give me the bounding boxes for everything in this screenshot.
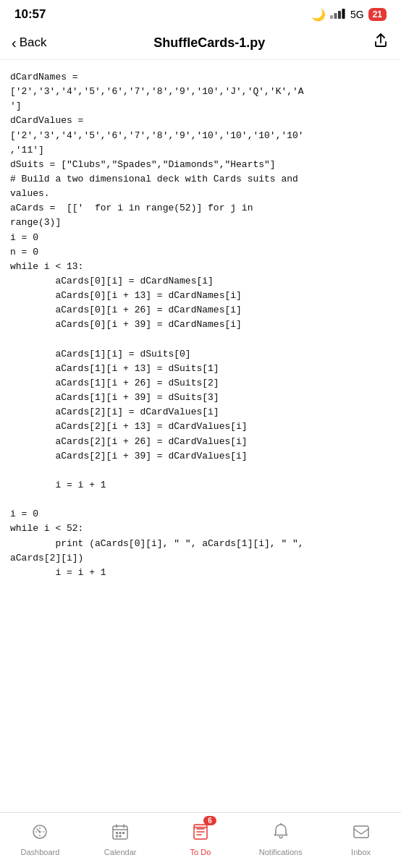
back-arrow-icon: ‹ <box>12 35 17 50</box>
inbox-icon-wrap <box>348 819 374 845</box>
status-time: 10:57 <box>14 7 46 22</box>
todo-icon-wrap: 6 <box>187 819 214 845</box>
nav-bar: ‹ Back ShuffleCards-1.py <box>0 26 401 60</box>
moon-icon: 🌙 <box>311 8 326 22</box>
share-icon <box>372 32 389 49</box>
svg-rect-0 <box>330 15 333 19</box>
svg-rect-12 <box>194 825 207 827</box>
battery-level: 21 <box>368 8 387 21</box>
inbox-label: Inbox <box>351 848 371 856</box>
svg-rect-3 <box>342 9 345 19</box>
notifications-icon-wrap <box>268 819 294 845</box>
calendar-label: Calendar <box>104 848 137 856</box>
page-title: ShuffleCards-1.py <box>153 35 265 51</box>
svg-rect-6 <box>116 832 118 834</box>
svg-rect-2 <box>338 11 341 19</box>
svg-rect-14 <box>354 826 368 838</box>
back-button[interactable]: ‹ Back <box>12 35 46 50</box>
svg-rect-8 <box>122 832 124 834</box>
tab-notifications[interactable]: Notifications <box>252 819 310 856</box>
status-icons: 🌙 5G 21 <box>311 8 387 22</box>
todo-label: To Do <box>190 848 211 856</box>
calendar-icon <box>110 822 130 842</box>
calendar-icon-wrap <box>107 819 133 845</box>
network-label: 5G <box>350 9 364 20</box>
tab-inbox[interactable]: Inbox <box>332 819 390 856</box>
tab-todo[interactable]: 6 To Do <box>172 819 229 856</box>
tab-calendar[interactable]: Calendar <box>91 819 149 856</box>
tab-dashboard[interactable]: Dashboard <box>11 819 69 856</box>
signal-icon <box>330 9 346 21</box>
tab-bar: Dashboard Calendar 6 <box>0 812 401 868</box>
todo-badge: 6 <box>203 816 216 825</box>
share-button[interactable] <box>372 32 389 54</box>
status-bar: 10:57 🌙 5G 21 <box>0 0 401 26</box>
svg-point-4 <box>39 831 41 833</box>
notifications-label: Notifications <box>259 848 303 856</box>
svg-rect-10 <box>119 835 122 838</box>
dashboard-label: Dashboard <box>20 848 59 856</box>
svg-rect-1 <box>334 13 337 19</box>
dashboard-icon-wrap <box>27 819 53 845</box>
dashboard-icon <box>30 822 50 842</box>
code-content: dCardNames = ['2','3','4','5','6','7','8… <box>0 60 401 590</box>
svg-rect-7 <box>119 832 122 834</box>
inbox-icon <box>351 822 371 842</box>
back-label: Back <box>20 35 47 50</box>
svg-rect-9 <box>116 835 118 838</box>
notifications-icon <box>271 822 291 842</box>
